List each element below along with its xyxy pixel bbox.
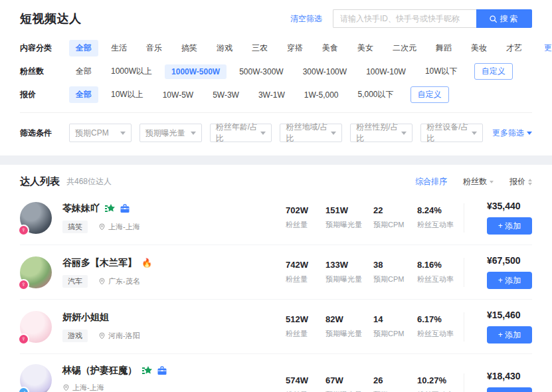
price-option[interactable]: 1W-5,000 [298,88,345,102]
fans-option[interactable]: 100W-10W [359,64,413,79]
category-option[interactable]: 美食 [316,40,345,56]
cpm-value: 14 [373,314,417,324]
category-option[interactable]: 美女 [351,40,380,56]
more-categories-link[interactable]: 更多分类 [544,43,552,54]
category-tag: 汽车 [62,275,88,288]
price-option[interactable]: 全部 [69,86,98,103]
price-value: ¥67,500 [487,255,521,266]
page-title: 短视频达人 [20,11,82,27]
search-input[interactable] [333,9,476,28]
add-button[interactable]: + 添加 [487,217,532,235]
stats: 702W粉丝量 151W预期曝光量 22预期CPM 8.24%粉丝互动率 [286,205,464,230]
add-button[interactable]: + 添加 [487,272,532,289]
add-button[interactable]: + 添加 [487,387,532,392]
engagement-label: 粉丝互动率 [417,329,464,339]
talent-name: 谷丽多【木兰军】 [62,257,137,269]
list-header: 达人列表 共468位达人 综合排序 粉丝数 报价 [20,175,532,188]
fans-option[interactable]: 10W以下 [418,63,464,80]
category-option[interactable]: 穿搭 [280,40,310,56]
fans-option[interactable]: 1000W以上 [104,63,159,80]
fans-label: 粉丝量 [286,274,325,284]
chevron-down-icon [120,132,126,135]
clear-filters-link[interactable]: 清空筛选 [290,13,322,25]
search-button-label: 搜索 [500,13,520,25]
category-option[interactable]: 舞蹈 [429,40,458,56]
fans-custom-button[interactable]: 自定义 [474,63,513,80]
more-filters-link[interactable]: 更多筛选 [492,128,532,139]
chevron-down-icon [401,132,407,135]
price-custom-button[interactable]: 自定义 [411,86,449,103]
category-option[interactable]: 游戏 [210,40,239,56]
table-row: ♂ 林锡（护妻狂魔） [20,354,532,392]
filter-row-fans: 粉丝数 全部 1000W以上 1000W-500W 500W-300W 300W… [20,63,532,80]
location-pin-icon [98,223,106,231]
location-pin-icon [98,278,106,285]
fans-value: 574W [286,375,325,385]
fans-label: 粉丝量 [286,220,325,230]
conditions-label: 筛选条件 [20,128,69,139]
add-button[interactable]: + 添加 [487,326,532,343]
fans-option[interactable]: 500W-300W [232,64,290,79]
sort-price[interactable]: 报价 [509,176,532,187]
price-option[interactable]: 5,000以下 [351,86,401,103]
sort-fans[interactable]: 粉丝数 [463,176,494,187]
fans-label: 粉丝数 [20,66,69,77]
talent-profile[interactable]: ♀ 谷丽多【木兰军】 🔥 汽车 广东-茂名 [20,256,286,288]
select-fan-age[interactable]: 粉丝年龄/占比 [210,124,272,142]
price-option[interactable]: 3W-1W [252,88,292,102]
talent-profile[interactable]: ♂ 林锡（护妻狂魔） [20,364,286,392]
table-row: ♀ 苓妹妹吖 搞笑 [20,191,532,245]
location-pin-icon [62,384,70,391]
table-row: ♀ 妍妍小姐姐 游戏 河南-洛阳 [20,300,532,354]
category-option[interactable]: 音乐 [139,40,169,56]
talent-profile[interactable]: ♀ 苓妹妹吖 搞笑 [20,202,286,234]
engagement-label: 粉丝互动率 [417,274,464,284]
select-expected-cpm[interactable]: 预期CPM [69,124,132,142]
search-bar: 搜索 [333,9,532,28]
category-option[interactable]: 三农 [245,40,274,56]
category-tag: 游戏 [62,330,88,342]
search-button[interactable]: 搜索 [476,9,532,28]
fans-option[interactable]: 全部 [69,63,98,80]
price-option[interactable]: 10W-5W [156,88,200,102]
category-option[interactable]: 二次元 [386,40,423,56]
stats: 742W粉丝量 133W预期曝光量 38预期CPM 8.16%粉丝互动率 [286,260,464,284]
briefcase-icon [157,365,167,376]
talent-name: 妍妍小姐姐 [62,312,109,324]
chevron-down-icon [260,132,266,135]
select-fan-gender[interactable]: 粉丝性别/占比 [350,124,413,142]
chevron-down-icon [191,132,196,135]
avatar: ♀ [20,256,52,288]
fans-option[interactable]: 1000W-500W [165,64,227,79]
exposure-label: 预期曝光量 [325,220,373,230]
category-option[interactable]: 才艺 [500,40,529,56]
category-option[interactable]: 生活 [104,40,134,56]
exposure-value: 133W [325,260,373,270]
avatar: ♀ [20,311,52,343]
cpm-value: 26 [373,375,417,385]
gender-female-badge: ♀ [18,334,29,345]
select-expected-exposure[interactable]: 预期曝光量 [139,124,202,142]
price-option[interactable]: 5W-3W [206,88,246,102]
search-icon [489,15,498,23]
select-fan-device[interactable]: 粉丝设备/占比 [420,124,483,142]
sort-composite[interactable]: 综合排序 [415,176,447,187]
select-fan-region[interactable]: 粉丝地域/占比 [280,124,342,142]
gender-female-badge: ♀ [18,225,29,236]
sort-group: 综合排序 粉丝数 报价 [415,176,532,187]
filter-row-price: 报价 全部 10W以上 10W-5W 5W-3W 3W-1W 1W-5,000 … [20,86,532,103]
category-tag: 搞笑 [62,221,88,233]
category-option[interactable]: 搞笑 [175,40,204,56]
location: 河南-洛阳 [98,331,140,341]
price-option[interactable]: 10W以上 [104,86,150,103]
divider [464,203,464,233]
talent-profile[interactable]: ♀ 妍妍小姐姐 游戏 河南-洛阳 [20,311,286,343]
fans-option[interactable]: 300W-100W [296,64,353,79]
sort-fans-label: 粉丝数 [463,176,487,187]
category-option[interactable]: 美妆 [464,40,494,56]
price-label: 报价 [20,89,69,100]
select-value: 粉丝年龄/占比 [216,122,261,144]
location-text: 广东-茂名 [108,276,140,286]
cpm-value: 22 [373,205,417,215]
category-option[interactable]: 全部 [69,40,98,56]
